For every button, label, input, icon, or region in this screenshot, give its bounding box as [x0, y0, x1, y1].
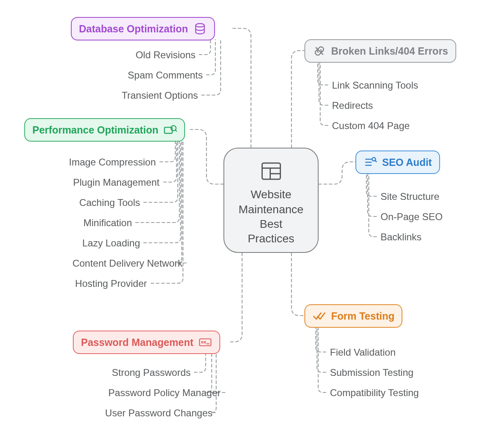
branch-password-label: Password Management — [81, 337, 194, 348]
leaf-database-2: Transient Options — [121, 90, 198, 101]
leaf-seo-2: Backlinks — [381, 231, 421, 243]
svg-line-15 — [375, 161, 376, 162]
leaf-performance-0: Image Compression — [69, 157, 156, 168]
branch-password: Password Management — [73, 331, 220, 354]
leaf-brokenlinks-2: Custom 404 Page — [332, 120, 410, 131]
leaf-performance-3: Minification — [83, 217, 132, 229]
leaf-performance-6: Hosting Provider — [75, 278, 147, 289]
center-label: WebsiteMaintenanceBestPractices — [238, 187, 303, 246]
leaf-password-2: User Password Changes — [105, 407, 213, 419]
seo-list-icon — [364, 155, 377, 169]
double-check-icon — [313, 309, 326, 323]
database-icon — [193, 22, 207, 36]
leaf-form-2: Compatibility Testing — [330, 387, 419, 399]
branch-database-label: Database Optimization — [79, 23, 188, 35]
branch-seo-label: SEO Audit — [382, 157, 432, 168]
broken-link-icon — [313, 44, 326, 58]
password-icon — [198, 335, 212, 349]
branch-performance: Performance Optimization — [24, 118, 185, 142]
svg-point-4 — [196, 23, 204, 27]
leaf-form-1: Submission Testing — [330, 367, 413, 378]
performance-icon — [163, 123, 177, 137]
leaf-brokenlinks-0: Link Scanning Tools — [332, 80, 418, 91]
svg-rect-0 — [262, 163, 280, 179]
leaf-performance-2: Caching Tools — [79, 197, 140, 208]
branch-seo: SEO Audit — [355, 151, 440, 174]
svg-line-7 — [175, 130, 177, 131]
leaf-database-0: Old Revisions — [136, 49, 196, 61]
branch-brokenlinks-label: Broken Links/404 Errors — [331, 45, 448, 57]
branch-brokenlinks: Broken Links/404 Errors — [304, 39, 456, 63]
branch-form: Form Testing — [304, 304, 402, 328]
center-node: WebsiteMaintenanceBestPractices — [223, 148, 319, 253]
leaf-performance-1: Plugin Management — [73, 177, 159, 188]
branch-performance-label: Performance Optimization — [32, 124, 158, 136]
leaf-performance-5: Content Delivery Network — [72, 258, 183, 269]
leaf-form-0: Field Validation — [330, 347, 396, 358]
leaf-seo-1: On-Page SEO — [381, 211, 442, 223]
layout-icon — [259, 159, 283, 183]
leaf-password-0: Strong Passwords — [112, 367, 191, 378]
leaf-database-1: Spam Comments — [128, 70, 203, 81]
leaf-brokenlinks-1: Redirects — [332, 100, 373, 111]
leaf-password-1: Password Policy Manager — [108, 387, 221, 399]
leaf-seo-0: Site Structure — [381, 191, 439, 202]
leaf-performance-4: Lazy Loading — [82, 238, 140, 249]
branch-database: Database Optimization — [71, 17, 215, 40]
branch-form-label: Form Testing — [331, 310, 394, 322]
